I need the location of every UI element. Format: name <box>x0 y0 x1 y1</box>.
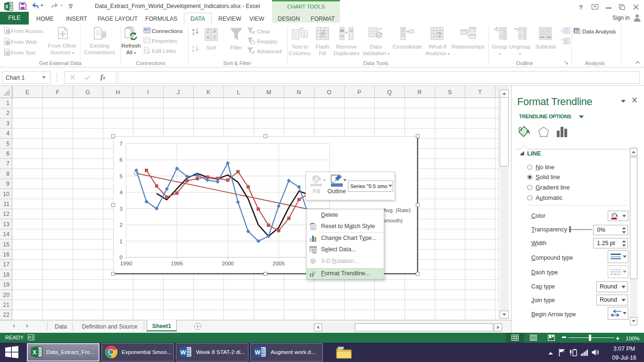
svg-text:1990: 1990 <box>120 261 132 266</box>
svg-text:0: 0 <box>120 255 123 260</box>
svg-text:5: 5 <box>120 173 123 179</box>
svg-text:1: 1 <box>120 239 123 244</box>
svg-text:2000: 2000 <box>222 261 234 266</box>
svg-text:1: 1 <box>6 100 9 107</box>
svg-text:Q: Q <box>387 89 392 96</box>
svg-text:I: I <box>147 89 149 96</box>
svg-text:21: 21 <box>3 302 9 308</box>
svg-text:6: 6 <box>120 157 123 163</box>
svg-text:N: N <box>297 89 301 96</box>
svg-text:O: O <box>327 89 331 96</box>
svg-text:20: 20 <box>3 292 9 298</box>
svg-text:H: H <box>116 89 120 96</box>
svg-text:7: 7 <box>6 160 9 167</box>
svg-text:X: X <box>5 4 8 9</box>
svg-text:13: 13 <box>3 221 9 228</box>
svg-text:A: A <box>7 30 9 33</box>
svg-text:9: 9 <box>6 181 9 187</box>
svg-text:Avg. (Rate): Avg. (Rate) <box>383 207 411 213</box>
svg-text:5: 5 <box>6 140 9 147</box>
svg-text:?: ? <box>437 31 442 39</box>
svg-text:3: 3 <box>6 120 9 127</box>
svg-text:4: 4 <box>120 189 123 195</box>
svg-text:Z: Z <box>192 32 195 35</box>
svg-text:A: A <box>206 35 209 40</box>
svg-text:S: S <box>448 89 452 96</box>
svg-text:A: A <box>213 29 216 34</box>
svg-text:2: 2 <box>6 110 9 116</box>
svg-text:16: 16 <box>3 251 9 258</box>
svg-text:18: 18 <box>3 272 9 278</box>
svg-text:X: X <box>33 349 37 356</box>
svg-text:22: 22 <box>3 312 9 318</box>
svg-text:F: F <box>56 89 59 96</box>
svg-text:E: E <box>25 89 29 96</box>
svg-text:A: A <box>192 49 195 52</box>
svg-text:Z: Z <box>206 29 209 34</box>
svg-text:17: 17 <box>3 261 9 268</box>
svg-text:M: M <box>266 89 271 96</box>
svg-text:W: W <box>181 349 186 356</box>
svg-text:10: 10 <box>3 191 9 197</box>
svg-text:19: 19 <box>3 281 9 288</box>
svg-text:4: 4 <box>6 130 9 137</box>
svg-text:R: R <box>418 89 422 96</box>
svg-text:15: 15 <box>3 241 9 248</box>
svg-text:11: 11 <box>3 201 9 207</box>
svg-text:K: K <box>206 89 211 96</box>
svg-text:G: G <box>85 89 90 96</box>
svg-text:smooth): smooth) <box>383 218 403 223</box>
svg-text:8: 8 <box>6 171 9 177</box>
svg-text:P: P <box>357 89 361 96</box>
svg-text:7: 7 <box>120 141 123 147</box>
svg-text:T: T <box>478 89 482 96</box>
svg-text:12: 12 <box>3 211 9 217</box>
svg-text:J: J <box>177 89 180 96</box>
svg-text:1995: 1995 <box>171 261 183 266</box>
svg-text:L: L <box>237 89 240 96</box>
svg-text:Z: Z <box>213 35 216 40</box>
svg-text:W: W <box>255 349 261 356</box>
svg-text:3: 3 <box>120 206 123 212</box>
svg-text:2: 2 <box>120 222 123 228</box>
svg-text:6: 6 <box>6 150 9 157</box>
svg-text:14: 14 <box>3 231 9 238</box>
svg-text:2005: 2005 <box>272 261 285 266</box>
